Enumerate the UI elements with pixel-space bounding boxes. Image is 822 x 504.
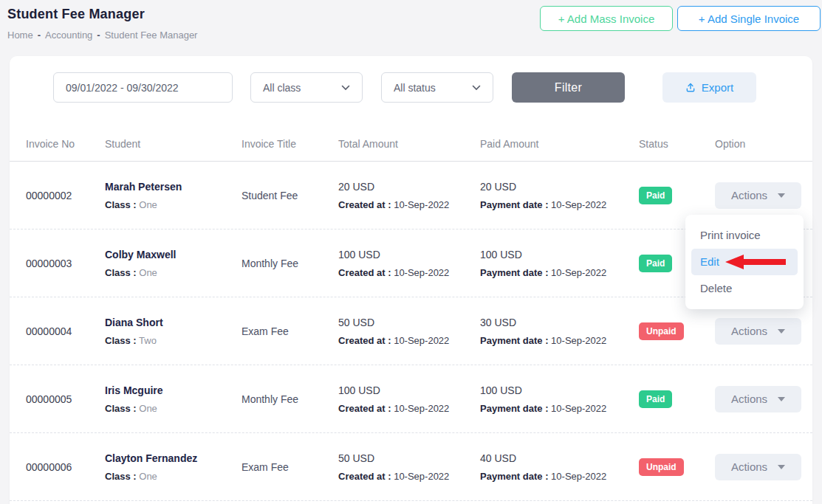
- total-amount-cell: 100 USD Created at : 10-Sep-2022: [338, 384, 480, 414]
- created-date: 10-Sep-2022: [394, 403, 449, 414]
- status-badge: Unpaid: [639, 322, 684, 340]
- status-filter-value: All status: [394, 82, 436, 94]
- actions-button[interactable]: Actions: [715, 386, 801, 412]
- paid-amount: 20 USD: [480, 181, 639, 193]
- class-label: Class :: [105, 335, 137, 346]
- caret-down-icon: [778, 329, 785, 334]
- payment-date: Payment date : 10-Sep-2022: [480, 267, 639, 278]
- status-cell: Unpaid: [639, 458, 715, 476]
- student-cell: Marah Petersen Class : One: [105, 181, 242, 210]
- payment-label: Payment date :: [480, 403, 548, 414]
- actions-button[interactable]: Actions: [715, 182, 801, 209]
- invoice-title: Exam Fee: [242, 325, 338, 337]
- class-filter-value: All class: [263, 82, 301, 94]
- caret-down-icon: [778, 193, 785, 198]
- payment-label: Payment date :: [480, 471, 548, 482]
- created-at: Created at : 10-Sep-2022: [338, 471, 480, 482]
- option-cell: Actions: [715, 386, 803, 412]
- invoice-no: 00000006: [26, 461, 105, 473]
- menu-item[interactable]: Delete: [685, 275, 804, 302]
- created-at: Created at : 10-Sep-2022: [338, 267, 480, 278]
- menu-item[interactable]: Edit: [691, 249, 798, 275]
- student-class: Class : One: [105, 199, 242, 210]
- created-at: Created at : 10-Sep-2022: [338, 403, 480, 414]
- menu-item[interactable]: Print invoice: [685, 222, 804, 249]
- paid-amount: 100 USD: [480, 384, 639, 396]
- class-label: Class :: [105, 199, 137, 210]
- status-badge: Paid: [639, 187, 672, 204]
- student-cell: Iris Mcguire Class : One: [105, 384, 242, 414]
- actions-button[interactable]: Actions: [715, 454, 801, 480]
- export-button[interactable]: Export: [662, 72, 756, 103]
- student-name: Colby Maxwell: [105, 249, 242, 260]
- chevron-down-icon: [472, 85, 481, 91]
- export-label: Export: [702, 81, 733, 94]
- created-label: Created at :: [338, 199, 391, 210]
- total-amount-cell: 50 USD Created at : 10-Sep-2022: [338, 317, 480, 346]
- invoice-no: 00000005: [26, 393, 105, 405]
- filter-button[interactable]: Filter: [512, 72, 625, 103]
- actions-label: Actions: [731, 460, 767, 473]
- student-name: Clayton Fernandez: [105, 452, 242, 464]
- table-header: Invoice No Student Invoice Title Total A…: [10, 127, 812, 162]
- col-total-amount: Total Amount: [338, 138, 480, 150]
- total-amount: 50 USD: [338, 452, 480, 464]
- payment-label: Payment date :: [480, 335, 548, 346]
- date-range-input[interactable]: [53, 72, 233, 103]
- caret-down-icon: [778, 397, 785, 401]
- student-name: Marah Petersen: [105, 181, 242, 193]
- page-title: Student Fee Manager: [7, 7, 145, 22]
- created-at: Created at : 10-Sep-2022: [338, 199, 480, 210]
- table-row: 00000005 Iris Mcguire Class : One Monthl…: [10, 365, 812, 433]
- actions-label: Actions: [731, 325, 767, 337]
- paid-amount-cell: 20 USD Payment date : 10-Sep-2022: [480, 181, 639, 210]
- breadcrumb-accounting[interactable]: Accounting: [45, 30, 92, 41]
- breadcrumb-home[interactable]: Home: [7, 30, 33, 41]
- chevron-down-icon: [341, 85, 350, 91]
- add-mass-invoice-button[interactable]: + Add Mass Invoice: [540, 6, 673, 31]
- student-class: Class : One: [105, 471, 242, 482]
- invoice-no: 00000003: [26, 258, 105, 269]
- status-cell: Paid: [639, 390, 715, 408]
- payment-date-value: 10-Sep-2022: [551, 267, 606, 278]
- actions-dropdown-menu: Print invoice Edit Delete: [685, 215, 804, 309]
- actions-button[interactable]: Actions: [715, 318, 801, 345]
- class-value: One: [139, 199, 157, 210]
- student-cell: Colby Maxwell Class : One: [105, 249, 242, 278]
- option-cell: Actions: [715, 182, 803, 209]
- student-class: Class : Two: [105, 335, 242, 346]
- created-label: Created at :: [338, 471, 391, 482]
- status-badge: Paid: [639, 390, 672, 408]
- student-class: Class : One: [105, 403, 242, 414]
- breadcrumb-separator: -: [97, 30, 100, 41]
- student-name: Diana Short: [105, 317, 242, 328]
- invoice-no: 00000002: [26, 190, 105, 201]
- created-date: 10-Sep-2022: [394, 335, 449, 346]
- payment-date: Payment date : 10-Sep-2022: [480, 199, 639, 210]
- payment-date: Payment date : 10-Sep-2022: [480, 471, 639, 482]
- col-invoice-title: Invoice Title: [242, 138, 338, 150]
- paid-amount-cell: 100 USD Payment date : 10-Sep-2022: [480, 249, 639, 278]
- upload-icon: [685, 82, 696, 93]
- total-amount: 50 USD: [338, 317, 480, 328]
- student-fee-manager-page: Student Fee Manager Home-Accounting-Stud…: [0, 0, 822, 504]
- class-filter-select[interactable]: All class: [250, 72, 363, 103]
- col-student: Student: [105, 138, 242, 150]
- status-cell: Paid: [639, 187, 715, 204]
- payment-date: Payment date : 10-Sep-2022: [480, 335, 639, 346]
- class-value: Two: [139, 335, 157, 346]
- payment-date-value: 10-Sep-2022: [551, 199, 606, 210]
- status-cell: Unpaid: [639, 322, 715, 340]
- payment-label: Payment date :: [480, 199, 548, 210]
- invoice-no: 00000004: [26, 325, 105, 337]
- col-option: Option: [715, 138, 803, 150]
- status-filter-select[interactable]: All status: [381, 72, 493, 103]
- status-badge: Unpaid: [639, 458, 684, 476]
- paid-amount: 40 USD: [480, 452, 639, 464]
- payment-date-value: 10-Sep-2022: [551, 471, 606, 482]
- class-label: Class :: [105, 267, 137, 278]
- add-single-invoice-button[interactable]: + Add Single Invoice: [677, 6, 821, 31]
- invoice-title: Monthly Fee: [242, 393, 338, 405]
- total-amount: 100 USD: [338, 384, 480, 396]
- invoice-title: Student Fee: [242, 190, 338, 201]
